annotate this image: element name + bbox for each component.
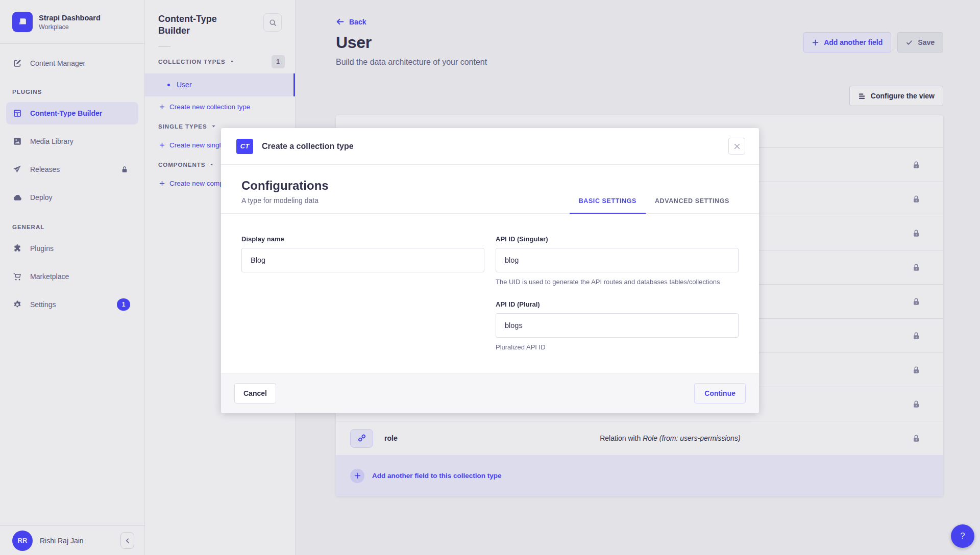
modal-title: Create a collection type xyxy=(262,142,354,151)
api-id-singular-input[interactable] xyxy=(496,248,739,272)
api-id-plural-help: Pluralized API ID xyxy=(496,343,739,352)
display-name-input[interactable] xyxy=(241,248,484,272)
api-id-plural-field: API ID (Plural) Pluralized API ID xyxy=(496,300,739,352)
modal-subheading: A type for modeling data xyxy=(241,196,329,205)
create-collection-type-modal: CT Create a collection type Configuratio… xyxy=(221,128,759,413)
api-id-plural-label: API ID (Plural) xyxy=(496,300,739,308)
settings-tabs: BASIC SETTINGS ADVANCED SETTINGS xyxy=(570,197,739,213)
modal-heading: Configurations xyxy=(241,179,329,193)
content-type-badge: CT xyxy=(236,139,253,154)
close-icon xyxy=(733,143,741,150)
tab-advanced-settings[interactable]: ADVANCED SETTINGS xyxy=(646,197,739,214)
continue-button[interactable]: Continue xyxy=(694,383,746,403)
api-id-singular-help: The UID is used to generate the API rout… xyxy=(496,278,739,287)
close-modal-button[interactable] xyxy=(728,138,745,155)
tab-basic-settings[interactable]: BASIC SETTINGS xyxy=(570,197,646,214)
api-id-singular-field: API ID (Singular) The UID is used to gen… xyxy=(496,235,739,287)
api-id-plural-input[interactable] xyxy=(496,313,739,338)
display-name-field: Display name xyxy=(241,235,484,287)
display-name-label: Display name xyxy=(241,235,484,243)
api-id-singular-label: API ID (Singular) xyxy=(496,235,739,243)
cancel-button[interactable]: Cancel xyxy=(234,383,276,403)
